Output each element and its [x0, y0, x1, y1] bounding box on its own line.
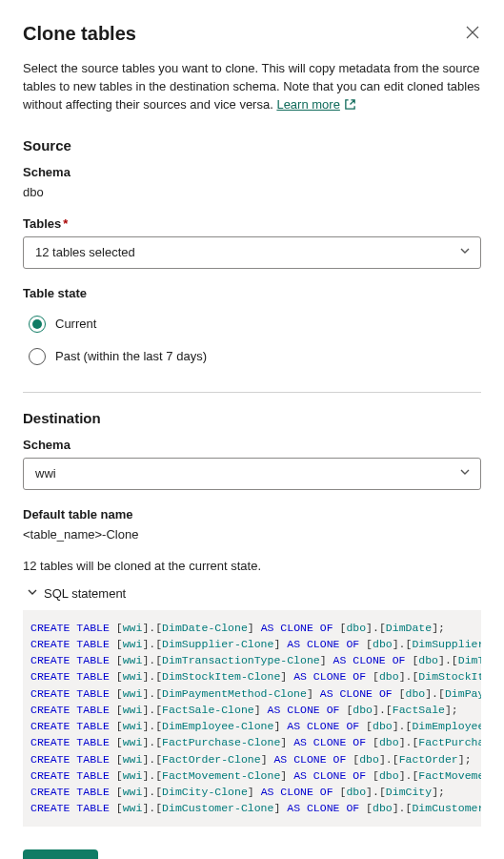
sql-line: CREATE TABLE [wwi].[DimDate-Clone] AS CL…: [30, 620, 474, 636]
intro-text: Select the source tables you want to clo…: [23, 60, 481, 116]
sql-line: CREATE TABLE [wwi].[DimPaymentMethod-Clo…: [30, 685, 474, 702]
sql-toggle-label: SQL statement: [44, 586, 126, 601]
table-state-label: Table state: [23, 286, 481, 300]
sql-line: CREATE TABLE [wwi].[DimCity-Clone] AS CL…: [30, 784, 474, 800]
page-title: Clone tables: [23, 23, 136, 45]
radio-current[interactable]: Current: [23, 310, 481, 342]
summary-line: 12 tables will be cloned at the current …: [23, 559, 481, 573]
required-star: *: [63, 216, 68, 231]
radio-button-unselected-icon: [29, 348, 46, 365]
default-name-value: <table_name>-Clone: [23, 527, 481, 542]
dest-schema-label: Schema: [23, 438, 481, 452]
sql-line: CREATE TABLE [wwi].[DimStockItem-Clone] …: [30, 668, 474, 685]
tables-dropdown-value: 12 tables selected: [35, 245, 135, 259]
learn-more-link[interactable]: Learn more: [276, 97, 355, 112]
dest-schema-value: wwi: [35, 466, 56, 481]
table-state-radio-group: Current Past (within the last 7 days): [23, 310, 481, 375]
chevron-down-icon: [27, 586, 38, 601]
sql-statement-toggle[interactable]: SQL statement: [23, 586, 481, 601]
learn-more-label: Learn more: [276, 97, 339, 112]
external-link-icon: [344, 98, 356, 116]
radio-past[interactable]: Past (within the last 7 days): [23, 342, 481, 375]
destination-heading: Destination: [23, 410, 481, 426]
source-tables-label: Tables*: [23, 216, 481, 231]
sql-line: CREATE TABLE [wwi].[FactOrder-Clone] AS …: [30, 751, 474, 767]
chevron-down-icon: [459, 466, 471, 481]
source-schema-label: Schema: [23, 165, 481, 179]
default-name-label: Default table name: [23, 507, 481, 522]
sql-line: CREATE TABLE [wwi].[FactPurchase-Clone] …: [30, 734, 474, 750]
sql-line: CREATE TABLE [wwi].[DimTransactionType-C…: [30, 652, 474, 668]
radio-current-label: Current: [55, 317, 96, 331]
sql-line: CREATE TABLE [wwi].[DimSupplier-Clone] A…: [30, 636, 474, 652]
tables-dropdown[interactable]: 12 tables selected: [23, 236, 481, 269]
source-heading: Source: [23, 137, 481, 153]
sql-line: CREATE TABLE [wwi].[DimCustomer-Clone] A…: [30, 800, 474, 816]
sql-line: CREATE TABLE [wwi].[DimEmployee-Clone] A…: [30, 718, 474, 734]
radio-past-label: Past (within the last 7 days): [55, 349, 207, 363]
clone-button[interactable]: Clone: [23, 849, 98, 859]
sql-line: CREATE TABLE [wwi].[FactMovement-Clone] …: [30, 767, 474, 784]
section-divider: [23, 392, 481, 393]
close-icon[interactable]: [464, 23, 481, 44]
sql-line: CREATE TABLE [wwi].[FactSale-Clone] AS C…: [30, 702, 474, 718]
intro-body: Select the source tables you want to clo…: [23, 61, 480, 112]
tables-label-text: Tables: [23, 216, 61, 231]
dest-schema-dropdown[interactable]: wwi: [23, 458, 481, 490]
source-schema-value: dbo: [23, 185, 481, 199]
chevron-down-icon: [459, 245, 471, 259]
radio-button-selected-icon: [29, 316, 46, 333]
sql-statement-box[interactable]: CREATE TABLE [wwi].[DimDate-Clone] AS CL…: [23, 610, 481, 827]
